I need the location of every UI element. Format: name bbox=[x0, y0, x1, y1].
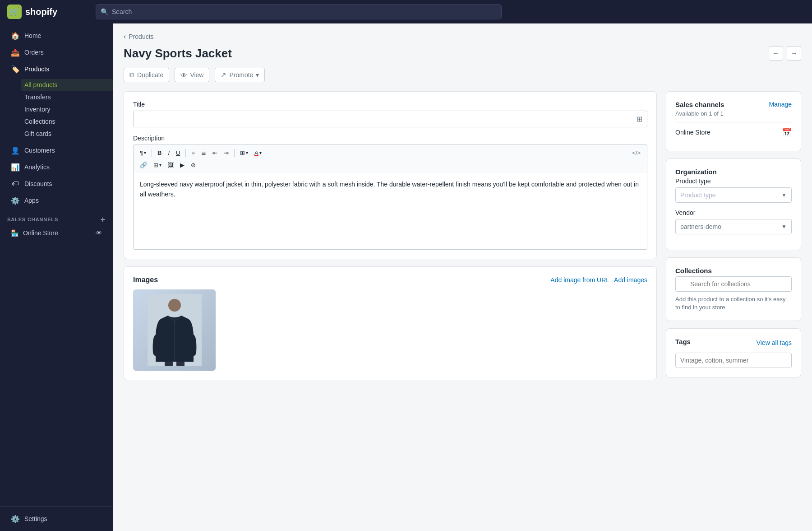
image-grid bbox=[133, 289, 647, 371]
image-insert-button[interactable]: 🖼 bbox=[165, 160, 176, 170]
page-title: Navy Sports Jacket bbox=[124, 47, 232, 61]
toolbar-row-1: ¶ ▾ B I U ≡ ≣ ⇤ ⇥ ⊞ ▾ bbox=[137, 148, 643, 158]
prev-product-button[interactable]: ← bbox=[769, 46, 783, 61]
title-label: Title bbox=[133, 101, 647, 108]
toolbar-divider-1 bbox=[152, 149, 152, 157]
bullet-list-button[interactable]: ≡ bbox=[189, 148, 198, 158]
sidebar-item-settings[interactable]: ⚙️ Settings bbox=[4, 511, 109, 527]
breadcrumb[interactable]: ‹ Products bbox=[124, 33, 801, 41]
toolbar-row-2: 🔗 ⊞ ▾ 🖼 ▶ ⊘ bbox=[137, 160, 643, 170]
collections-title: Collections bbox=[675, 267, 792, 275]
right-column: Sales channels Available on 1 of 1 Manag… bbox=[666, 91, 801, 385]
subnav-transfers[interactable]: Transfers bbox=[21, 91, 113, 103]
vendor-select[interactable]: partners-demo ▼ bbox=[675, 219, 792, 234]
subnav-inventory[interactable]: Inventory bbox=[21, 103, 113, 115]
bold-button[interactable]: B bbox=[155, 148, 164, 158]
indent-increase-button[interactable]: ⇥ bbox=[221, 148, 231, 158]
ordered-list-button[interactable]: ≣ bbox=[198, 148, 209, 158]
collections-hint: Add this product to a collection so it's… bbox=[675, 295, 792, 312]
subnav-gift-cards[interactable]: Gift cards bbox=[21, 128, 113, 140]
sales-channel-info: Sales channels Available on 1 of 1 bbox=[675, 101, 724, 122]
images-header: Images Add image from URL Add images bbox=[133, 276, 647, 284]
page-nav-buttons: ← → bbox=[769, 46, 801, 61]
online-store-channel-name: Online Store bbox=[675, 129, 710, 136]
editor-toolbar: ¶ ▾ B I U ≡ ≣ ⇤ ⇥ ⊞ ▾ bbox=[133, 144, 647, 173]
collections-search-wrapper: 🔍 bbox=[675, 276, 792, 292]
vendor-select-arrow-icon: ▼ bbox=[781, 224, 787, 230]
main-content: ‹ Products Navy Sports Jacket ← → ⧉ Dupl… bbox=[113, 23, 812, 531]
sidebar-item-analytics[interactable]: 📊 Analytics bbox=[4, 159, 109, 175]
collections-search-input[interactable] bbox=[675, 276, 792, 292]
vendor-label: Vendor bbox=[675, 209, 792, 216]
promote-label: Promote bbox=[229, 71, 253, 79]
indent-decrease-button[interactable]: ⇤ bbox=[210, 148, 220, 158]
add-images-button[interactable]: Add images bbox=[614, 276, 647, 284]
promote-dropdown-icon: ▾ bbox=[256, 71, 259, 79]
italic-button[interactable]: I bbox=[165, 148, 172, 158]
home-icon: 🏠 bbox=[11, 31, 20, 40]
product-type-select[interactable]: Product type ▼ bbox=[675, 187, 792, 203]
sidebar-item-products[interactable]: 🏷️ Products bbox=[4, 61, 109, 77]
view-button[interactable]: 👁 View bbox=[175, 68, 209, 82]
description-label: Description bbox=[133, 135, 647, 142]
manage-button[interactable]: Manage bbox=[769, 101, 792, 108]
logo-text: shopify bbox=[25, 7, 57, 17]
search-bar[interactable]: 🔍 Search bbox=[96, 4, 502, 19]
table-button[interactable]: ⊞ ▾ bbox=[151, 160, 164, 170]
images-title: Images bbox=[133, 276, 158, 284]
organization-card: Organization Product type Product type ▼… bbox=[666, 158, 801, 250]
source-code-button[interactable]: </> bbox=[629, 148, 643, 158]
product-type-field: Product type Product type ▼ bbox=[675, 177, 792, 203]
block-button[interactable]: ⊘ bbox=[188, 160, 198, 170]
font-color-button[interactable]: A ▾ bbox=[252, 148, 264, 158]
shopify-logo-icon: 🛒 bbox=[7, 5, 22, 19]
sidebar-item-orders[interactable]: 📥 Orders bbox=[4, 44, 109, 61]
left-column: Title Navy Sports Jacket ⊞ Description ¶… bbox=[124, 91, 657, 387]
view-all-tags-link[interactable]: View all tags bbox=[757, 339, 792, 346]
calendar-icon[interactable]: 📅 bbox=[782, 127, 792, 137]
apps-icon: ⚙️ bbox=[11, 196, 20, 205]
title-input[interactable]: Navy Sports Jacket bbox=[138, 116, 637, 123]
products-subnav: All products Transfers Inventory Collect… bbox=[0, 78, 113, 142]
product-image-1[interactable] bbox=[133, 289, 216, 371]
align-button[interactable]: ⊞ ▾ bbox=[237, 148, 251, 158]
sidebar-item-discounts[interactable]: 🏷 Discounts bbox=[4, 176, 109, 192]
sidebar-label-apps: Apps bbox=[24, 197, 39, 204]
online-store-icon: 🏪 bbox=[11, 229, 18, 237]
svg-point-1 bbox=[168, 299, 181, 312]
sales-channels-title: Sales channels bbox=[675, 101, 724, 108]
sidebar-item-customers[interactable]: 👤 Customers bbox=[4, 142, 109, 158]
svg-rect-4 bbox=[176, 362, 185, 366]
subnav-all-products[interactable]: All products bbox=[21, 79, 113, 91]
logo[interactable]: 🛒 shopify bbox=[7, 5, 88, 19]
page-header: Navy Sports Jacket ← → bbox=[124, 46, 801, 61]
products-icon: 🏷️ bbox=[11, 65, 20, 74]
description-editor[interactable]: Long-sleeved navy waterproof jacket in t… bbox=[133, 173, 647, 250]
input-format-icon: ⊞ bbox=[637, 115, 642, 123]
paragraph-button[interactable]: ¶ ▾ bbox=[137, 148, 149, 158]
select-arrow-icon: ▼ bbox=[781, 192, 787, 198]
underline-button[interactable]: U bbox=[173, 148, 183, 158]
title-input-wrapper[interactable]: Navy Sports Jacket ⊞ bbox=[133, 111, 647, 127]
product-type-placeholder: Product type bbox=[680, 191, 716, 199]
discounts-icon: 🏷 bbox=[11, 179, 20, 188]
sidebar-item-home[interactable]: 🏠 Home bbox=[4, 28, 109, 44]
video-insert-button[interactable]: ▶ bbox=[177, 160, 187, 170]
sidebar-label-discounts: Discounts bbox=[24, 180, 52, 187]
subnav-collections[interactable]: Collections bbox=[21, 116, 113, 127]
link-button[interactable]: 🔗 bbox=[137, 160, 150, 170]
product-type-label: Product type bbox=[675, 177, 792, 185]
next-product-button[interactable]: → bbox=[787, 46, 801, 61]
topbar: 🛒 shopify 🔍 Search bbox=[0, 0, 812, 23]
promote-button[interactable]: ↗ Promote ▾ bbox=[215, 68, 265, 82]
sidebar-channel-online-store[interactable]: 🏪 Online Store 👁 bbox=[4, 226, 109, 240]
add-image-url-button[interactable]: Add image from URL bbox=[550, 276, 609, 284]
sales-channels-label: SALES CHANNELS bbox=[7, 217, 58, 222]
tags-input[interactable] bbox=[675, 353, 792, 368]
settings-icon: ⚙️ bbox=[11, 514, 20, 523]
sales-channel-header: Sales channels Available on 1 of 1 Manag… bbox=[675, 101, 792, 122]
sidebar-item-apps[interactable]: ⚙️ Apps bbox=[4, 192, 109, 209]
add-sales-channel-button[interactable]: + bbox=[101, 215, 106, 224]
duplicate-button[interactable]: ⧉ Duplicate bbox=[124, 68, 169, 82]
promote-icon: ↗ bbox=[221, 71, 226, 79]
